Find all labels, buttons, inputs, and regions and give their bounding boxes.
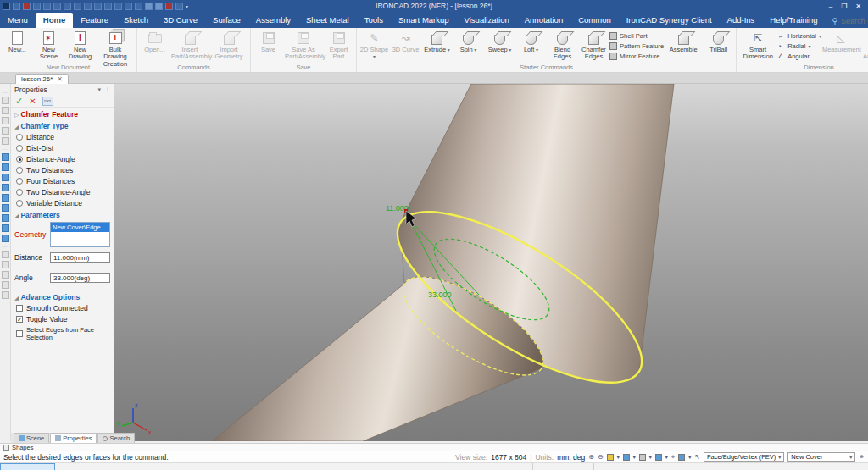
geometry-listbox[interactable]: New Cover\Edge: [50, 222, 110, 247]
search-input[interactable]: [841, 17, 868, 25]
delete-icon[interactable]: [104, 3, 112, 10]
close-button[interactable]: ✕: [855, 3, 861, 10]
qat-more-icon[interactable]: ▾: [186, 3, 188, 9]
display-config-icon[interactable]: [678, 454, 685, 461]
checkbox-icon[interactable]: [16, 305, 23, 312]
new-drawing-button[interactable]: New Drawing: [64, 29, 96, 61]
blend-edges-button[interactable]: Blend Edges: [547, 29, 578, 61]
shell-part-button[interactable]: Shell Part: [609, 31, 664, 41]
panel-pin-icon[interactable]: ⊥: [105, 86, 110, 93]
angular-dimension-button[interactable]: ∠Angular: [777, 52, 821, 61]
triball-button[interactable]: TriBall: [703, 29, 734, 53]
advance-options-header[interactable]: ◢Advance Options: [11, 285, 114, 302]
parameters-header[interactable]: ◢Parameters: [11, 208, 114, 220]
new-drawing-icon[interactable]: [33, 3, 41, 10]
geometry-selected-item[interactable]: New Cover\Edge: [51, 223, 109, 232]
tab-common[interactable]: Common: [570, 13, 619, 28]
document-tab[interactable]: lesson 26* ✕: [15, 74, 69, 84]
render-icon[interactable]: [165, 3, 173, 10]
minimize-button[interactable]: –: [829, 3, 832, 10]
view-style-caret-icon[interactable]: ▾: [665, 454, 668, 460]
3d-curve-button[interactable]: ↝3D Curve: [390, 29, 421, 53]
angle-dimension-label[interactable]: 33.000: [428, 290, 452, 299]
horizontal-dimension-button[interactable]: ↔Horizontal: [777, 31, 821, 41]
camera-mode-icon[interactable]: [639, 454, 646, 461]
radio-four-distances[interactable]: Four Distances: [11, 175, 114, 186]
text-annotations-button[interactable]: AText Annotations: [860, 29, 868, 61]
paste-icon[interactable]: [94, 3, 102, 10]
assemble-button[interactable]: Assemble: [664, 29, 703, 53]
tab-sheet-metal[interactable]: Sheet Metal: [298, 13, 357, 28]
save-as-part-assembly-button[interactable]: Save As Part/Assembly...: [284, 29, 323, 61]
shaded-mode-caret-icon[interactable]: ▾: [633, 454, 636, 460]
chamfer-feature-header[interactable]: ▷Chamfer Feature: [11, 108, 114, 119]
mini-catalog-icon[interactable]: [2, 235, 9, 242]
save-all-icon[interactable]: [64, 3, 71, 10]
tab-annotation[interactable]: Annotation: [517, 13, 570, 28]
angle-field[interactable]: [50, 273, 110, 283]
radio-two-distance-angle[interactable]: Two Distance-Angle: [11, 186, 114, 197]
tab-surface[interactable]: Surface: [205, 13, 248, 28]
mini-catalog-icon[interactable]: [2, 163, 9, 171]
export-part-button[interactable]: Export Part: [323, 29, 354, 61]
selection-filter-dropdown[interactable]: Face/Edge/Vertex (FEV)▾: [704, 452, 784, 462]
smart-dimension-button[interactable]: ⇱Smart Dimension: [738, 29, 777, 61]
tab-home[interactable]: Home: [36, 13, 73, 28]
distance-field[interactable]: [50, 252, 110, 263]
display-icon[interactable]: [155, 3, 163, 10]
undo-icon[interactable]: [114, 3, 122, 10]
checkbox-icon-checked[interactable]: ✓: [16, 316, 23, 323]
extrude-button[interactable]: Extrude: [421, 29, 453, 53]
checkbox-smooth-connected[interactable]: Smooth Connected: [11, 302, 114, 313]
view-style-icon[interactable]: [655, 454, 662, 461]
model-canvas[interactable]: 11.000 33.000 z x y: [114, 84, 868, 441]
viewport-3d[interactable]: 11.000 33.000 z x y: [114, 84, 868, 441]
mini-shape-icon[interactable]: [2, 97, 9, 104]
insert-part-assembly-button[interactable]: Insert Part/Assembly: [170, 29, 209, 61]
tab-ironcad-synergy-client[interactable]: IronCAD Synergy Client: [619, 13, 720, 28]
settings-icon[interactable]: [135, 3, 142, 10]
panel-dropdown-icon[interactable]: ▾: [97, 86, 101, 93]
checkbox-toggle-value[interactable]: ✓Toggle Value: [11, 313, 114, 324]
zoom-in-icon[interactable]: ⊕: [588, 453, 594, 461]
mini-catalog-icon[interactable]: [2, 194, 9, 202]
new-scene-icon[interactable]: [23, 3, 31, 10]
checkbox-select-edges-from-face[interactable]: Select Edges from Face Selection: [11, 324, 114, 342]
mirror-feature-button[interactable]: Mirror Feature: [609, 52, 664, 61]
new-button[interactable]: New...: [2, 29, 33, 53]
apply-button[interactable]: ✓: [15, 96, 23, 107]
mini-dimension-icon[interactable]: [2, 291, 9, 299]
tab-sketch[interactable]: Sketch: [116, 13, 156, 28]
select-tool-icon[interactable]: ↖: [694, 453, 700, 461]
mini-dimension-icon[interactable]: [2, 261, 9, 268]
mini-shape-icon[interactable]: [2, 107, 9, 114]
radio-icon[interactable]: [16, 145, 23, 152]
tab-3d-curve[interactable]: 3D Curve: [156, 13, 205, 28]
tab-tools[interactable]: Tools: [357, 13, 391, 28]
mini-catalog-icon[interactable]: [2, 174, 9, 181]
measurement-button[interactable]: ◺Measurement: [821, 29, 860, 53]
shapes-catalog-bar[interactable]: Shapes: [0, 443, 868, 451]
tab-visualization[interactable]: Visualization: [457, 13, 517, 28]
link-icon[interactable]: ⚭: [859, 453, 865, 461]
strip-handle[interactable]: ····: [2, 147, 8, 151]
new-scene-button[interactable]: New Scene: [33, 29, 64, 61]
units-value[interactable]: mm, deg: [557, 453, 585, 462]
print-icon[interactable]: [74, 3, 81, 10]
restore-button[interactable]: ❐: [841, 3, 847, 10]
perspective-icon[interactable]: ⌖: [671, 453, 676, 462]
mini-dimension-icon[interactable]: [2, 271, 9, 279]
redo-icon[interactable]: [125, 3, 132, 10]
strip-handle[interactable]: ····: [2, 245, 8, 248]
document-tab-close-icon[interactable]: ✕: [57, 75, 63, 83]
copy-icon[interactable]: [84, 3, 92, 10]
chamfer-type-header[interactable]: ◢Chamfer Type: [11, 119, 114, 131]
render-mode-icon[interactable]: [607, 454, 614, 461]
scene-browser-icon[interactable]: [175, 3, 183, 10]
grid-icon[interactable]: [145, 3, 153, 10]
cancel-button[interactable]: ✕: [29, 97, 36, 106]
mini-dimension-icon[interactable]: [2, 251, 9, 258]
camera-mode-caret-icon[interactable]: ▾: [649, 454, 652, 460]
sweep-button[interactable]: Sweep: [484, 29, 515, 53]
radio-icon[interactable]: [16, 167, 23, 174]
